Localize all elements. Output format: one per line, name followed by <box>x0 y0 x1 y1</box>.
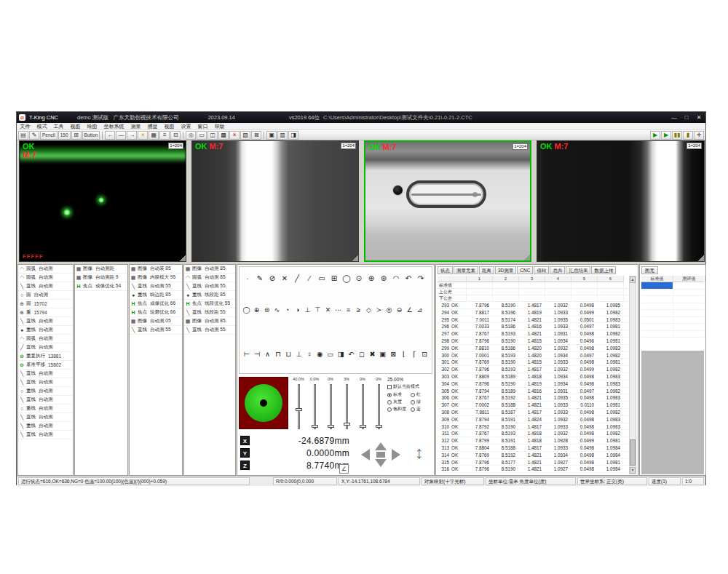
step-button[interactable]: ▮ <box>683 131 693 140</box>
list-button[interactable]: ≡ <box>159 131 170 140</box>
pencil-label-button[interactable]: Pencil <box>40 131 58 140</box>
table-tab[interactable]: 汇总结果 <box>566 266 590 274</box>
empty-cell[interactable] <box>641 290 673 296</box>
grid-button[interactable]: ⊞ <box>71 131 82 140</box>
measure-tool-icon[interactable]: ≻ <box>374 305 384 316</box>
menu-item[interactable]: 模式 <box>33 123 50 129</box>
element-list-item[interactable]: H焦点线段优化 55 <box>184 300 235 308</box>
z-jog-arrows-icon[interactable]: ↕ <box>412 434 427 471</box>
measure-tool-icon[interactable]: ◯ <box>341 273 352 284</box>
slider-handle[interactable] <box>360 425 366 428</box>
default-mode-checkbox-row[interactable]: 默认当前模式 <box>387 383 432 390</box>
empty-cell[interactable] <box>673 331 705 338</box>
element-list-item[interactable]: ╲直线自动测 55 <box>130 326 182 335</box>
tolerance-cell[interactable] <box>519 289 545 295</box>
measurement-row[interactable]: 299OK7.88108.51861.48201.09320.04981.098… <box>438 345 628 352</box>
measure-tool-icon[interactable]: ◠ <box>390 273 402 284</box>
tab-graphic-element[interactable]: 图元 <box>641 266 658 274</box>
empty-cell[interactable] <box>673 324 705 330</box>
empty-cell[interactable] <box>673 290 705 296</box>
tolerance-cell[interactable] <box>467 295 493 301</box>
cross-button[interactable]: ✛ <box>694 131 704 140</box>
close-button[interactable]: ✕ <box>693 113 705 122</box>
element-list-item[interactable]: ╲重线自动测 <box>18 422 73 431</box>
color-slider[interactable]: 0.0% <box>307 377 322 429</box>
tolerance-cell[interactable] <box>519 295 545 301</box>
element-list-item[interactable]: ◠圆弧自动测 <box>18 274 73 282</box>
tolerance-cell[interactable] <box>571 282 598 288</box>
measure-tool-icon[interactable]: ◯ <box>242 305 251 316</box>
selected-cell[interactable] <box>641 282 673 289</box>
element-list-item[interactable]: ◠圆弧自动测 <box>18 265 73 274</box>
jog-pad[interactable] <box>360 442 402 467</box>
slider-track[interactable] <box>362 384 364 429</box>
measure-tool-icon[interactable]: ⊣ <box>252 348 261 359</box>
measurement-row[interactable]: 311OK7.87678.51931.48181.09320.04981.098… <box>438 430 628 437</box>
jog-center[interactable] <box>376 452 385 458</box>
element-list-item[interactable]: ●重线细边距 85 <box>130 291 182 300</box>
measurement-row[interactable]: 296OK7.00338.51861.48161.09330.04971.098… <box>438 323 628 330</box>
element-list-item[interactable]: ⊕圆15702 <box>18 300 73 308</box>
measure-tool-icon[interactable]: ⊙ <box>353 273 365 284</box>
measure-tool-icon[interactable]: ✎ <box>254 273 266 284</box>
element-list-item[interactable]: ╲直线自动测 <box>18 370 73 378</box>
pattern-button[interactable]: ▧ <box>240 131 250 140</box>
save-layout-button[interactable]: ▣ <box>266 131 277 140</box>
tolerance-cell[interactable] <box>493 295 519 301</box>
empty-cell[interactable] <box>673 317 705 324</box>
measurement-row[interactable]: 315OK7.87968.51771.48211.09270.04981.098… <box>438 459 628 466</box>
measurement-row[interactable]: 310OK7.87928.51901.48171.09330.04981.098… <box>438 423 628 431</box>
slider-handle[interactable] <box>328 425 334 428</box>
empty-cell[interactable] <box>673 296 705 303</box>
menu-item[interactable]: 窗口 <box>194 123 211 129</box>
menu-item[interactable]: 文件 <box>17 123 33 129</box>
element-list-item[interactable]: ◠圆弧自动测 <box>18 335 73 343</box>
jog-down-icon[interactable] <box>375 459 387 467</box>
element-list-item[interactable]: ⊖重复执行13881 <box>18 352 73 361</box>
measurement-row[interactable]: 313OK7.88048.51881.48171.09330.04981.098… <box>438 445 628 452</box>
element-list-item[interactable]: ◠圆弧自动测 85 <box>184 274 235 282</box>
measure-tool-icon[interactable]: ≡ <box>344 305 353 316</box>
mesh-button[interactable]: ▩ <box>218 131 229 140</box>
element-list-item[interactable]: ▦图像内膜模大 95 <box>130 274 182 282</box>
measure-tool-icon[interactable]: ↷ <box>415 273 427 284</box>
element-list-item[interactable]: H焦点成像优化 66 <box>130 300 182 308</box>
radio-option[interactable]: 饱和度 <box>387 406 409 412</box>
tolerance-cell[interactable] <box>571 295 598 301</box>
slider-handle[interactable] <box>312 425 318 428</box>
measure-tool-icon[interactable]: ◇ <box>364 305 373 316</box>
element-list-item[interactable]: ⊕重15794 <box>18 308 73 317</box>
menu-item[interactable]: 工具 <box>50 123 67 129</box>
maximize-button[interactable]: □ <box>681 113 692 122</box>
measurement-row[interactable]: 303OK7.88098.51891.48181.09340.04981.098… <box>438 373 628 380</box>
empty-cell[interactable] <box>641 296 673 303</box>
table-tab[interactable]: 状态 <box>438 266 453 274</box>
measure-tool-icon[interactable]: ◨ <box>336 348 346 359</box>
element-list-item[interactable]: ╲直线自动测 <box>18 413 73 422</box>
empty-cell[interactable] <box>641 317 673 324</box>
measure-tool-icon[interactable]: ⊛ <box>378 273 389 284</box>
measurement-row[interactable]: 297OK7.87678.51931.48211.09310.04981.098… <box>438 330 628 338</box>
element-list-item[interactable]: H焦点轮廓优化 66 <box>130 308 182 317</box>
measure-tool-icon[interactable]: ◑ <box>293 305 302 316</box>
table-tab[interactable]: 距离 <box>479 266 494 274</box>
roi-button[interactable]: ▭ <box>197 131 207 140</box>
element-list-item[interactable]: H焦点成像优化 54 <box>75 282 127 291</box>
element-list-item[interactable]: ●重线自动测 <box>18 326 73 335</box>
slider-handle[interactable] <box>376 425 382 428</box>
close-view-button[interactable]: ⊠ <box>251 131 261 140</box>
radio-option[interactable]: 蓝 <box>411 406 432 412</box>
measurement-row[interactable]: 306OK7.87678.51921.48211.09350.04981.098… <box>438 394 628 402</box>
menu-item[interactable]: 视图 <box>67 123 84 129</box>
measure-tool-icon[interactable]: ↶ <box>347 348 356 359</box>
measurement-row[interactable]: 314OK7.87698.51921.48211.09340.04981.098… <box>438 452 628 459</box>
empty-cell[interactable] <box>673 282 705 289</box>
resize-grip-icon[interactable] <box>697 255 704 261</box>
menu-item[interactable]: 捕捉 <box>144 123 161 129</box>
slider-track[interactable] <box>330 384 332 429</box>
slider-track[interactable] <box>314 384 316 429</box>
measure-tool-icon[interactable]: ⋯ <box>333 305 343 316</box>
measure-tool-icon[interactable]: ♀ <box>304 348 314 359</box>
radio-option[interactable]: 绿 <box>411 399 432 405</box>
color-slider[interactable]: 0% <box>355 377 370 429</box>
